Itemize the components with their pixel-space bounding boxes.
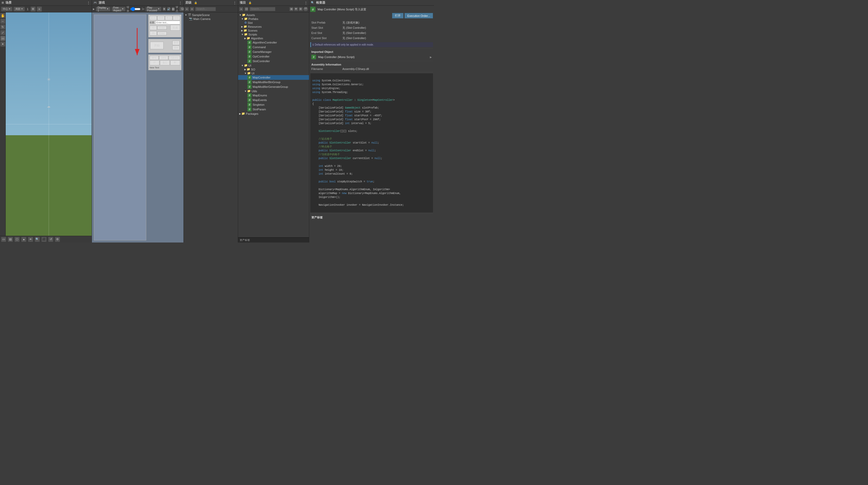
clear2-btn[interactable]: 清除 <box>173 46 180 50</box>
ui-sub-item[interactable]: ▼ 📁 UI <box>238 71 309 75</box>
slot-item[interactable]: ⚙ Slot <box>238 21 309 25</box>
rect-tool[interactable]: ▭ <box>0 36 5 41</box>
enter1-btn[interactable]: Enter <box>157 26 167 30</box>
rotate-tool[interactable]: ↻ <box>0 24 5 30</box>
scene-btn1[interactable]: ▭ <box>1 237 6 242</box>
open-btn[interactable]: 打开 <box>392 13 403 19</box>
col-btn[interactable]: 列 <box>150 31 157 35</box>
scene-more-icon[interactable]: ⋮ <box>87 1 90 5</box>
project-search[interactable] <box>249 7 275 11</box>
scene-btn4[interactable]: ● <box>21 237 26 242</box>
utils-label: Utils <box>252 90 257 93</box>
algorithm-label: Algorithm <box>251 37 263 40</box>
slot-param-item[interactable]: # SlotParam <box>238 107 309 112</box>
execution-order-btn[interactable]: Execution Order... <box>404 13 433 19</box>
game-ui-area: 起点 障碍 终点 清除 权重 行 Enter 生成 <box>148 15 181 240</box>
hierarchy-search[interactable] <box>195 7 216 11</box>
scene-btn6[interactable]: 🔍 <box>35 237 40 242</box>
move-tool[interactable]: ↔ <box>0 19 5 24</box>
end-btn[interactable]: 终点 <box>165 16 173 20</box>
hand-tool[interactable]: ✋ <box>0 13 5 18</box>
scenes-item[interactable]: ▶ 📁 Scenes <box>238 28 309 32</box>
utils-item[interactable]: ▼ 📁 Utils <box>238 89 309 93</box>
hierarchy-camera-item[interactable]: 📷 Main Camera <box>184 17 238 21</box>
dfs-btn[interactable]: DFS <box>159 56 168 60</box>
singleton-item[interactable]: # Singleton <box>238 102 309 107</box>
opt-controller-item[interactable]: # OptController <box>238 54 309 59</box>
scale-tool[interactable]: ⤢ <box>0 30 5 35</box>
speaker-icon[interactable]: 🔊 <box>167 7 170 11</box>
b-btn[interactable]: B* <box>170 60 180 65</box>
algorithm-controller-item[interactable]: # AlgorithmController <box>238 40 309 45</box>
map-enums-hash-icon: # <box>247 93 252 97</box>
project-lock-icon[interactable]: 🔒 <box>248 1 252 4</box>
ui-folder-item[interactable]: ▼ 📁 UI <box>238 63 309 67</box>
game-more-icon[interactable]: ⋮ <box>179 1 182 5</box>
project-icon1[interactable]: ⊞ <box>289 7 293 11</box>
hierarchy-all-btn[interactable]: ≡ <box>190 7 194 11</box>
scripts-arrow-icon: ▼ <box>241 33 244 36</box>
assets-item[interactable]: ▼ 📁 Assets <box>238 13 309 17</box>
center-dropdown[interactable]: 中心 ▼ <box>1 7 12 11</box>
stats-icon[interactable]: ▤ <box>172 7 175 11</box>
map-modifier-gen-item[interactable]: # MapModifierGenerateGroup <box>238 84 309 89</box>
transform-tool[interactable]: ✦ <box>0 41 5 47</box>
hierarchy-scene-item[interactable]: ▼ 🎬 SampleScene <box>184 13 238 17</box>
project-more-icon[interactable]: ⋮ <box>304 1 307 5</box>
scale-slider[interactable] <box>130 8 141 10</box>
algorithm-item[interactable]: ▶ 📁 Algorithm <box>238 36 309 40</box>
resources-item[interactable]: ▶ 📁 Resources <box>238 25 309 28</box>
slot-controller-item[interactable]: # SlotController <box>238 59 309 63</box>
hierarchy-more-icon[interactable]: ⋮ <box>233 1 236 5</box>
center-btn[interactable]: 贪心 <box>160 60 170 65</box>
local-dropdown[interactable]: 局部 ▼ <box>13 7 25 11</box>
scene-btn2[interactable]: ▤ <box>8 237 13 242</box>
display-dropdown[interactable]: Display 1 ▼ <box>96 7 111 11</box>
project-icon3[interactable]: ⚙ <box>299 7 303 11</box>
map-controller-item[interactable]: # MapController <box>238 75 309 80</box>
hierarchy-lock-icon[interactable]: 🔒 <box>194 1 197 4</box>
scene-btn8[interactable]: ↺ <box>48 237 53 242</box>
ui-sub-folder-icon: 📁 <box>247 72 251 75</box>
project-icon2[interactable]: 👁 <box>294 7 298 11</box>
clear-btn[interactable]: 清除 <box>173 16 180 20</box>
obstacle-btn[interactable]: 障碍 <box>157 16 164 20</box>
scene-btn7[interactable]: ⬛ <box>41 237 46 242</box>
generate-btn[interactable]: 生成 <box>170 25 180 31</box>
astar-btn[interactable]: A* <box>150 60 159 65</box>
hierarchy-add-btn[interactable]: + <box>185 7 189 11</box>
scripts-item[interactable]: ▼ 📁 Scripts <box>238 32 309 36</box>
enter2-btn[interactable]: Enter <box>157 32 167 35</box>
sun-game-icon[interactable]: ☀ <box>162 7 166 11</box>
scene-btn3[interactable]: ⬡ <box>14 237 20 242</box>
aspect-dropdown[interactable]: Free Aspect ▼ <box>112 7 126 11</box>
grid-icon-btn[interactable]: ⊞ <box>31 6 36 12</box>
begin-btn[interactable]: 开始 <box>150 42 163 49</box>
bfs-btn[interactable]: BFS <box>150 56 159 60</box>
scene-btn5[interactable]: ✒ <box>28 237 33 242</box>
row-btn[interactable]: 行 <box>150 26 157 30</box>
reset-btn[interactable]: 重置 <box>173 41 180 45</box>
game-manager-item[interactable]: # GameManager <box>238 50 309 54</box>
local-chevron: ▼ <box>21 8 23 10</box>
map-events-item[interactable]: # MapEvents <box>238 98 309 102</box>
scene-btn9[interactable]: ⚙ <box>55 237 60 242</box>
layers-icon-btn[interactable]: ≡ <box>37 6 42 12</box>
dijkstra-btn[interactable]: Dijkstra <box>169 56 180 60</box>
top-btn-row: 起点 障碍 终点 清除 <box>150 16 180 20</box>
inspector-divider1 <box>310 48 433 49</box>
weight-input[interactable] <box>155 21 180 24</box>
command-item[interactable]: # Command <box>238 45 309 50</box>
so-item[interactable]: ▶ 📁 SO <box>238 67 309 71</box>
slot-icon: ⚙ <box>244 21 247 24</box>
map-modifier-btn-item[interactable]: # MapModifierBtnGroup <box>238 80 309 84</box>
map-enums-item[interactable]: # MapEnums <box>238 93 309 98</box>
playmode-dropdown[interactable]: Play Focused ▼ <box>146 7 161 11</box>
project-add-btn[interactable]: + <box>239 7 243 11</box>
end-slot-label: End Slot <box>311 31 342 34</box>
start-btn[interactable]: 起点 <box>150 16 157 20</box>
project-filter-btn[interactable]: ⊡ <box>244 7 248 11</box>
prefabs-item[interactable]: ▼ 📁 Prefabs <box>238 17 309 21</box>
packages-item[interactable]: ▶ 📁 Packages <box>238 112 309 116</box>
inspector-info-box: ℹ Default references will only be applie… <box>310 42 433 47</box>
